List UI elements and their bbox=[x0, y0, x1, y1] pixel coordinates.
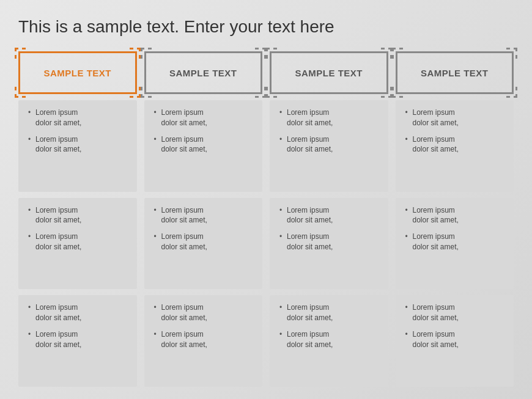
list-item: Lorem ipsumdolor sit amet, bbox=[278, 302, 382, 323]
list-item: Lorem ipsumdolor sit amet, bbox=[278, 134, 382, 155]
column-1: SAMPLE TEXT Lorem ipsumdolor sit amet,Lo… bbox=[18, 51, 137, 387]
list-item: Lorem ipsumdolor sit amet, bbox=[404, 302, 508, 323]
content-card-col4-row1: Lorem ipsumdolor sit amet,Lorem ipsumdol… bbox=[396, 100, 514, 192]
col-header-1: SAMPLE TEXT bbox=[18, 51, 137, 94]
columns-wrapper: SAMPLE TEXT Lorem ipsumdolor sit amet,Lo… bbox=[18, 51, 514, 387]
list-item: Lorem ipsumdolor sit amet, bbox=[153, 205, 257, 226]
content-card-col4-row3: Lorem ipsumdolor sit amet,Lorem ipsumdol… bbox=[396, 295, 514, 387]
col-header-label-1: SAMPLE TEXT bbox=[43, 68, 111, 78]
content-card-col2-row3: Lorem ipsumdolor sit amet,Lorem ipsumdol… bbox=[144, 295, 263, 387]
content-card-col2-row1: Lorem ipsumdolor sit amet,Lorem ipsumdol… bbox=[144, 100, 263, 192]
col-header-label-2: SAMPLE TEXT bbox=[169, 68, 237, 78]
list-item: Lorem ipsumdolor sit amet, bbox=[404, 108, 508, 128]
list-item: Lorem ipsumdolor sit amet, bbox=[153, 108, 257, 128]
list-item: Lorem ipsumdolor sit amet, bbox=[278, 329, 382, 350]
list-item: Lorem ipsumdolor sit amet, bbox=[404, 329, 508, 350]
column-2: SAMPLE TEXT Lorem ipsumdolor sit amet,Lo… bbox=[144, 51, 263, 387]
content-card-col1-row3: Lorem ipsumdolor sit amet,Lorem ipsumdol… bbox=[18, 295, 137, 387]
list-item: Lorem ipsumdolor sit amet, bbox=[153, 134, 257, 155]
list-item: Lorem ipsumdolor sit amet, bbox=[153, 329, 257, 350]
page-title: This is a sample text. Enter your text h… bbox=[18, 17, 514, 37]
content-card-col4-row2: Lorem ipsumdolor sit amet,Lorem ipsumdol… bbox=[396, 198, 514, 290]
content-card-col3-row1: Lorem ipsumdolor sit amet,Lorem ipsumdol… bbox=[270, 100, 388, 192]
list-item: Lorem ipsumdolor sit amet, bbox=[27, 108, 131, 128]
col-header-4: SAMPLE TEXT bbox=[396, 51, 514, 94]
column-4: SAMPLE TEXT Lorem ipsumdolor sit amet,Lo… bbox=[396, 51, 514, 387]
list-item: Lorem ipsumdolor sit amet, bbox=[153, 302, 257, 323]
content-card-col1-row2: Lorem ipsumdolor sit amet,Lorem ipsumdol… bbox=[18, 198, 137, 290]
col-header-3: SAMPLE TEXT bbox=[270, 51, 388, 94]
col-header-2: SAMPLE TEXT bbox=[144, 51, 263, 94]
list-item: Lorem ipsumdolor sit amet, bbox=[27, 329, 131, 350]
content-card-col3-row2: Lorem ipsumdolor sit amet,Lorem ipsumdol… bbox=[270, 198, 388, 290]
list-item: Lorem ipsumdolor sit amet, bbox=[27, 134, 131, 155]
list-item: Lorem ipsumdolor sit amet, bbox=[153, 232, 257, 252]
list-item: Lorem ipsumdolor sit amet, bbox=[27, 205, 131, 226]
content-card-col3-row3: Lorem ipsumdolor sit amet,Lorem ipsumdol… bbox=[270, 295, 388, 387]
content-card-col2-row2: Lorem ipsumdolor sit amet,Lorem ipsumdol… bbox=[144, 198, 263, 290]
list-item: Lorem ipsumdolor sit amet, bbox=[404, 232, 508, 252]
list-item: Lorem ipsumdolor sit amet, bbox=[27, 232, 131, 252]
list-item: Lorem ipsumdolor sit amet, bbox=[404, 134, 508, 155]
list-item: Lorem ipsumdolor sit amet, bbox=[278, 205, 382, 226]
col-header-label-4: SAMPLE TEXT bbox=[421, 68, 489, 78]
list-item: Lorem ipsumdolor sit amet, bbox=[278, 108, 382, 128]
list-item: Lorem ipsumdolor sit amet, bbox=[404, 205, 508, 226]
col-header-label-3: SAMPLE TEXT bbox=[295, 68, 363, 78]
list-item: Lorem ipsumdolor sit amet, bbox=[278, 232, 382, 252]
column-3: SAMPLE TEXT Lorem ipsumdolor sit amet,Lo… bbox=[270, 51, 388, 387]
content-card-col1-row1: Lorem ipsumdolor sit amet,Lorem ipsumdol… bbox=[18, 100, 137, 192]
list-item: Lorem ipsumdolor sit amet, bbox=[27, 302, 131, 323]
